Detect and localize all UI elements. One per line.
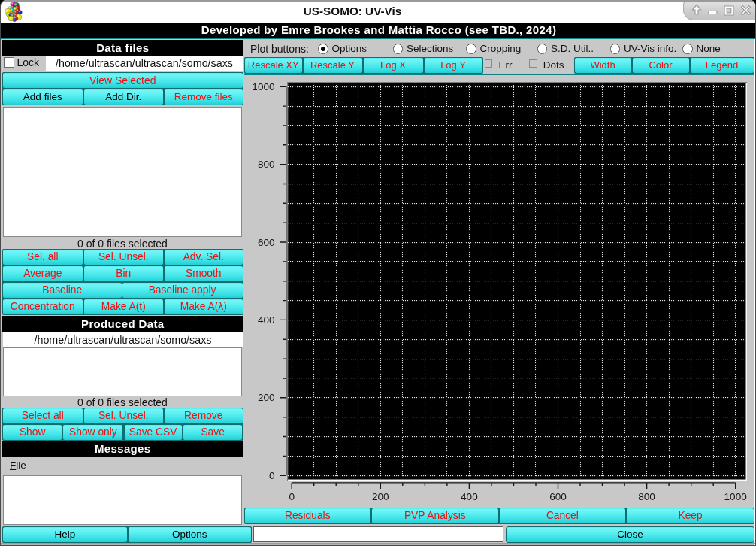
- svg-text:200: 200: [258, 392, 275, 403]
- svg-text:600: 600: [549, 491, 567, 502]
- svg-text:1000: 1000: [252, 81, 275, 93]
- svg-text:200: 200: [372, 491, 389, 502]
- svg-text:1000: 1000: [724, 491, 748, 502]
- svg-text:800: 800: [258, 159, 275, 170]
- svg-text:400: 400: [461, 491, 478, 502]
- svg-text:800: 800: [638, 491, 655, 502]
- svg-text:0: 0: [289, 491, 295, 502]
- svg-text:600: 600: [258, 237, 275, 248]
- svg-text:0: 0: [269, 470, 275, 481]
- svg-text:400: 400: [258, 314, 275, 326]
